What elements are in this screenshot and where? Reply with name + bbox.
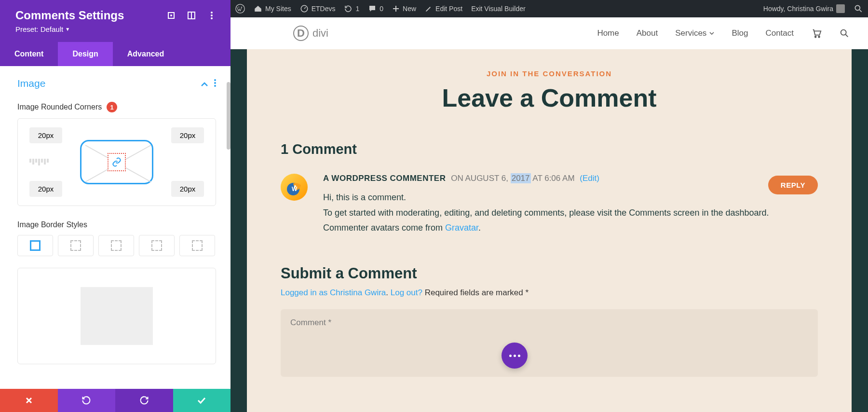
accordion-image[interactable]: Image — [17, 78, 216, 89]
comment-text: Hi, this is a comment. To get started wi… — [323, 190, 818, 236]
comments-link[interactable]: 0 — [368, 4, 383, 13]
panel-tabs: Content Design Advanced — [0, 42, 231, 66]
comment-count-heading: 1 Comment — [281, 141, 818, 157]
corner-bottom-left-input[interactable] — [29, 181, 62, 197]
border-style-bottom[interactable] — [139, 235, 175, 256]
preset-selector[interactable]: Preset: Default ▼ — [15, 25, 216, 33]
comment-textarea[interactable] — [281, 309, 818, 377]
comment-item: W A WORDPRESS COMMENTER ON AUGUST 6, 201… — [281, 174, 818, 236]
comment-count: 0 — [380, 5, 383, 13]
site-nav: Home About Services Blog Contact — [597, 28, 850, 39]
panel-body: Image Image Rounded Corners 1 — [0, 66, 231, 389]
refresh-link[interactable]: 1 — [344, 4, 359, 13]
expand-icon[interactable] — [167, 11, 176, 20]
nav-services-label: Services — [675, 28, 706, 38]
nav-blog[interactable]: Blog — [732, 28, 748, 38]
ruler-icon — [29, 159, 49, 165]
tab-advanced[interactable]: Advanced — [113, 42, 178, 66]
scrollbar[interactable] — [227, 82, 231, 150]
fab-more-button[interactable] — [502, 343, 528, 369]
panel-footer — [0, 389, 231, 412]
avatar — [836, 4, 845, 13]
tab-content[interactable]: Content — [0, 42, 58, 66]
corner-top-right-input[interactable] — [171, 127, 204, 143]
badge-step-1: 1 — [107, 102, 117, 112]
check-icon — [197, 397, 206, 404]
header-search-icon[interactable] — [839, 28, 850, 39]
link-corners-toggle[interactable] — [108, 153, 126, 171]
redo-icon — [139, 396, 149, 405]
border-style-left[interactable] — [179, 235, 215, 256]
new-link[interactable]: New — [392, 5, 416, 13]
chevron-up-icon[interactable] — [201, 78, 208, 89]
svg-point-12 — [236, 4, 244, 13]
submit-heading: Submit a Comment — [281, 265, 818, 282]
border-styles-label: Image Border Styles — [17, 220, 216, 229]
svg-point-17 — [841, 30, 846, 35]
link-icon — [112, 157, 122, 167]
rounded-corners-control — [17, 118, 216, 206]
border-preview — [17, 268, 216, 364]
svg-point-1 — [171, 15, 172, 16]
columns-icon[interactable] — [187, 11, 196, 20]
rounded-corners-label: Image Rounded Corners 1 — [17, 102, 216, 112]
panel-header: Comments Settings Preset: Default ▼ — [0, 0, 231, 42]
edit-post-link[interactable]: Edit Post — [425, 5, 462, 13]
my-sites-link[interactable]: My Sites — [254, 4, 291, 13]
howdy-link[interactable]: Howdy, Christina Gwira — [763, 4, 845, 13]
nav-home[interactable]: Home — [597, 28, 619, 38]
tab-design[interactable]: Design — [58, 42, 112, 66]
admin-search-icon[interactable] — [854, 4, 863, 14]
svg-point-16 — [818, 36, 820, 38]
submit-subtext: Logged in as Christina Gwira. Log out? R… — [281, 288, 818, 298]
logged-in-link[interactable]: Logged in as Christina Gwira — [281, 288, 386, 297]
gravatar-link[interactable]: Gravatar — [445, 223, 478, 233]
site-header: D divi Home About Services Blog Contact — [231, 17, 868, 49]
border-preview-inner — [81, 287, 153, 345]
search-icon — [854, 4, 863, 14]
comment-meta: A WORDPRESS COMMENTER ON AUGUST 6, 2017 … — [323, 174, 818, 183]
etdevs-link[interactable]: ETDevs — [300, 4, 336, 13]
nav-services[interactable]: Services — [675, 28, 714, 38]
comment-line-3b: . — [478, 223, 481, 233]
border-style-all[interactable] — [17, 235, 53, 256]
comment-date-highlight: 2017 — [511, 173, 531, 183]
wp-logo-icon[interactable] — [235, 4, 245, 14]
plus-icon — [392, 5, 400, 13]
caret-down-icon: ▼ — [65, 27, 70, 32]
border-style-top[interactable] — [58, 235, 94, 256]
undo-icon — [81, 396, 91, 405]
cancel-button[interactable] — [0, 389, 58, 412]
more-vertical-icon[interactable] — [214, 78, 216, 89]
comment-edit-link[interactable]: (Edit) — [580, 174, 599, 183]
border-style-right[interactable] — [98, 235, 134, 256]
nav-contact[interactable]: Contact — [765, 28, 794, 38]
cart-icon[interactable] — [811, 28, 822, 39]
svg-point-8 — [214, 82, 216, 84]
comment-line-3: Commenter avatars come from Gravatar. — [323, 220, 818, 236]
exit-visual-builder-link[interactable]: Exit Visual Builder — [471, 5, 526, 13]
corner-bottom-right-input[interactable] — [171, 181, 204, 197]
svg-point-7 — [214, 79, 216, 81]
more-vertical-icon[interactable] — [207, 11, 216, 20]
sub-heading: JOIN IN THE CONVERSATION — [281, 69, 818, 78]
dots-icon — [509, 355, 520, 357]
save-button[interactable] — [173, 389, 231, 412]
svg-point-14 — [855, 5, 860, 10]
corner-top-left-input[interactable] — [29, 127, 62, 143]
site-logo[interactable]: D divi — [293, 26, 328, 41]
reply-button[interactable]: REPLY — [768, 176, 818, 194]
nav-about[interactable]: About — [637, 28, 658, 38]
svg-text:W: W — [292, 186, 298, 192]
comment-line-3a: Commenter avatars come from — [323, 223, 445, 233]
svg-point-9 — [214, 85, 216, 87]
comment-icon — [368, 4, 377, 13]
undo-button[interactable] — [58, 389, 116, 412]
svg-point-6 — [211, 17, 213, 19]
new-label: New — [403, 5, 416, 13]
preset-label: Preset: Default — [15, 25, 63, 33]
redo-button[interactable] — [115, 389, 173, 412]
logout-link[interactable]: Log out? — [391, 288, 422, 297]
accordion-title: Image — [17, 78, 45, 89]
edit-post-label: Edit Post — [435, 5, 462, 13]
